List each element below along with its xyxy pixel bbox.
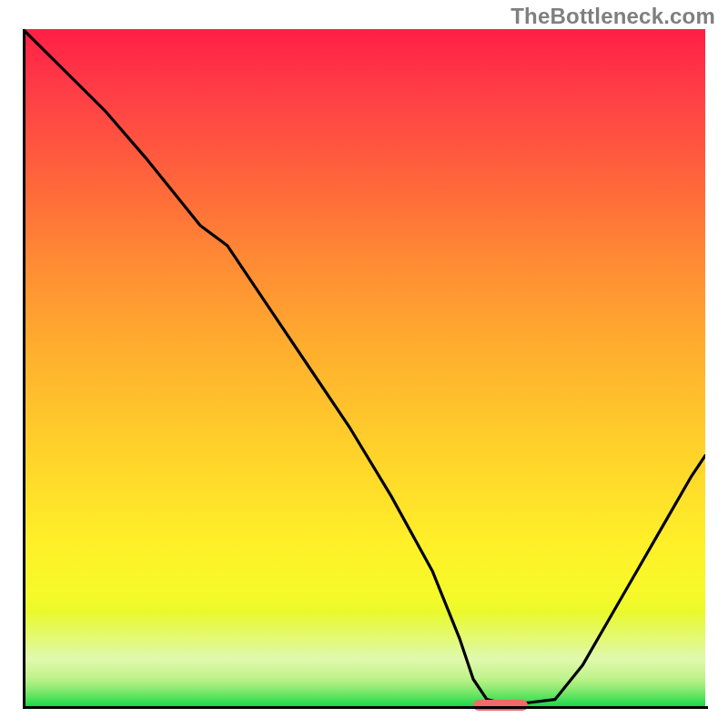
watermark-text: TheBottleneck.com <box>511 4 715 29</box>
chart-plot-area <box>23 29 705 706</box>
bottleneck-curve <box>23 29 705 706</box>
curve-path <box>23 29 705 703</box>
y-axis-line <box>23 29 25 709</box>
x-axis-line <box>23 706 708 709</box>
page-root: TheBottleneck.com <box>0 0 728 728</box>
